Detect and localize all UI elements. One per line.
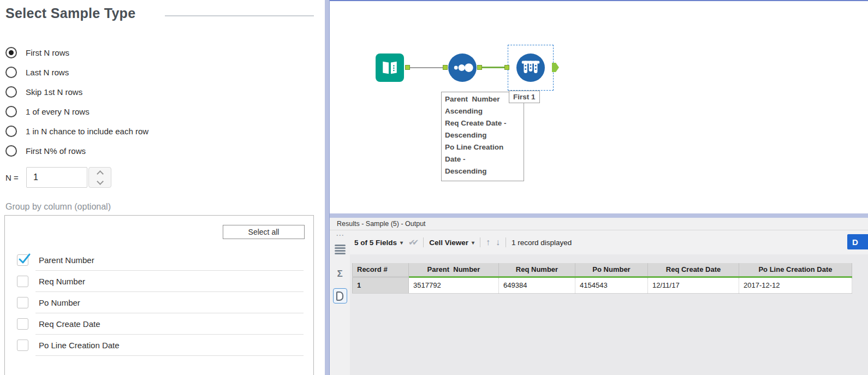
sort-annotation[interactable]: Parent Number Ascending Req Create Date … xyxy=(441,92,524,181)
sample-type-radio-group: First N rows Last N rows Skip 1st N rows… xyxy=(5,46,148,164)
annotation-line: Ascending xyxy=(445,105,520,117)
checkbox-unchecked[interactable] xyxy=(17,276,28,287)
cell-viewer-label: Cell Viewer xyxy=(429,239,468,247)
results-table: Record # Parent Number Req Number Po Num… xyxy=(352,263,852,294)
n-label: N = xyxy=(5,173,26,182)
column-header-po-line-creation-date[interactable]: Po Line Creation Date xyxy=(739,263,852,277)
drag-handle-icon[interactable]: ⋯ xyxy=(336,231,344,239)
vertical-splitter[interactable] xyxy=(325,0,330,375)
output-anchor-arrow[interactable] xyxy=(552,63,559,72)
row-divider xyxy=(35,334,304,335)
radio-option-skip-1st-n-rows[interactable]: Skip 1st N rows xyxy=(5,85,148,98)
sample-annotation[interactable]: First 1 xyxy=(509,91,540,103)
radio-button[interactable] xyxy=(5,86,17,98)
column-header-req-number[interactable]: Req Number xyxy=(499,263,575,277)
sample-tool[interactable] xyxy=(516,53,545,82)
column-header-req-create-date[interactable]: Req Create Date xyxy=(648,263,739,277)
checkbox-row-req-create-date[interactable]: Req Create Date xyxy=(5,314,313,336)
n-stepper[interactable] xyxy=(88,167,111,188)
input-data-tool[interactable] xyxy=(376,53,404,82)
radio-option-1-of-every-n-rows[interactable]: 1 of every N rows xyxy=(5,105,148,118)
radio-label: First N rows xyxy=(26,48,69,57)
fields-dropdown[interactable]: 5 of 5 Fields ▾ xyxy=(354,239,403,247)
radio-option-1-in-n-chance[interactable]: 1 in N chance to include each row xyxy=(5,124,148,138)
group-by-column-box: Select all Parent Number Req Number Po xyxy=(4,215,314,375)
checkbox-row-po-line-creation-date[interactable]: Po Line Creation Date xyxy=(5,336,313,357)
row-divider xyxy=(35,291,304,292)
cell-viewer-dropdown[interactable]: Cell Viewer ▾ xyxy=(429,239,474,247)
record-number-cell[interactable]: 1 xyxy=(353,277,409,293)
cell-parent-number[interactable]: 3517792 xyxy=(409,277,499,293)
radio-button[interactable] xyxy=(5,67,17,78)
results-grid-area: Record # Parent Number Req Number Po Num… xyxy=(350,254,868,375)
sort-tool[interactable] xyxy=(448,53,477,82)
column-header-po-number[interactable]: Po Number xyxy=(575,263,648,277)
results-header: Results - Sample (5) - Output xyxy=(330,218,868,230)
checkbox-unchecked[interactable] xyxy=(17,297,28,308)
cell-po-line-creation-date[interactable]: 2017-12-12 xyxy=(739,277,852,293)
annotation-line: Req Create Date - xyxy=(445,117,520,129)
annotation-line: Descending xyxy=(445,129,520,141)
right-region: Parent Number Ascending Req Create Date … xyxy=(330,0,868,375)
radio-label: Skip 1st N rows xyxy=(26,87,82,97)
connection-wire[interactable] xyxy=(410,67,443,68)
radio-button[interactable] xyxy=(5,126,17,137)
stepper-down-button[interactable] xyxy=(89,177,111,187)
checkbox-unchecked[interactable] xyxy=(17,340,28,351)
output-anchor[interactable] xyxy=(477,65,482,70)
group-by-label: Group by column (optional) xyxy=(5,202,111,212)
down-arrow-button[interactable]: ↓ xyxy=(496,237,500,247)
data-grid-icon[interactable] xyxy=(335,245,346,254)
group-by-column-list: Parent Number Req Number Po Number Req C… xyxy=(5,251,313,357)
select-all-button[interactable]: Select all xyxy=(223,225,305,239)
radio-option-first-n-percent[interactable]: First N% of rows xyxy=(5,144,148,157)
checkbox-row-req-number[interactable]: Req Number xyxy=(5,272,313,293)
title-divider xyxy=(165,15,314,16)
output-anchor[interactable] xyxy=(405,65,410,70)
column-header-record[interactable]: Record # xyxy=(353,263,409,277)
input-anchor[interactable] xyxy=(504,65,509,70)
radio-button[interactable] xyxy=(5,47,17,58)
table-row[interactable]: 1 3517792 649384 4154543 12/11/17 2017-1… xyxy=(353,277,852,293)
annotation-line: Descending xyxy=(445,165,520,177)
radio-button[interactable] xyxy=(5,106,17,117)
horizontal-splitter[interactable] xyxy=(330,213,868,218)
n-field-row: N = xyxy=(5,167,111,188)
cell-po-number[interactable]: 4154543 xyxy=(575,277,648,293)
double-check-icon[interactable]: ✔✔ xyxy=(408,237,415,247)
checkbox-label: Parent Number xyxy=(39,255,94,265)
checkbox-label: Po Number xyxy=(39,298,80,307)
row-divider xyxy=(35,355,304,356)
checkbox-row-parent-number[interactable]: Parent Number xyxy=(5,251,313,272)
chevron-down-icon: ▾ xyxy=(400,240,403,246)
checkbox-unchecked[interactable] xyxy=(17,318,28,330)
connection-wire-selected[interactable] xyxy=(482,67,506,68)
checkbox-label: Req Create Date xyxy=(39,319,100,329)
toolbar-separator xyxy=(506,237,506,247)
cell-req-number[interactable]: 649384 xyxy=(499,277,575,293)
workflow-canvas[interactable]: Parent Number Ascending Req Create Date … xyxy=(330,0,868,213)
column-header-parent-number[interactable]: Parent Number xyxy=(409,263,499,277)
stepper-up-button[interactable] xyxy=(89,168,111,177)
results-side-strip: ⋯ Σ xyxy=(330,230,350,375)
results-body: ⋯ Σ 5 of 5 Fields ▾ ✔✔ Cell Viewe xyxy=(330,230,868,375)
up-arrow-button[interactable]: ↑ xyxy=(486,237,490,247)
data-button[interactable]: D xyxy=(847,234,868,249)
metadata-page-button[interactable] xyxy=(333,288,347,303)
radio-option-last-n-rows[interactable]: Last N rows xyxy=(5,66,148,79)
checkmark-icon xyxy=(17,252,32,266)
radio-button[interactable] xyxy=(5,145,17,157)
chevron-down-icon xyxy=(97,178,104,185)
n-value-input[interactable] xyxy=(26,167,87,188)
cell-req-create-date[interactable]: 12/11/17 xyxy=(648,277,739,293)
radio-label: Last N rows xyxy=(26,68,69,77)
sort-dots-icon xyxy=(451,56,474,79)
annotation-line: Po Line Creation xyxy=(445,141,520,153)
checkbox-checked[interactable] xyxy=(17,254,28,266)
sigma-icon[interactable]: Σ xyxy=(337,269,342,279)
radio-option-first-n-rows[interactable]: First N rows xyxy=(5,46,148,59)
checkbox-row-po-number[interactable]: Po Number xyxy=(5,293,313,314)
results-panel: Results - Sample (5) - Output ⋯ Σ 5 of 5… xyxy=(330,218,868,375)
record-count: 1 record displayed xyxy=(512,239,572,247)
input-anchor[interactable] xyxy=(443,65,448,70)
